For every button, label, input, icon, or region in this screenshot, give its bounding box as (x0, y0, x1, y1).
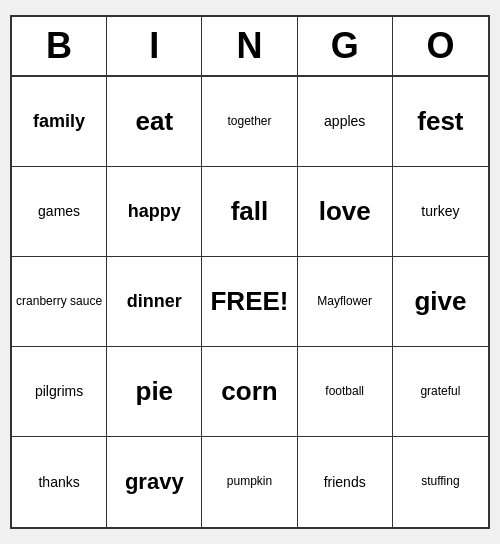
cell-content: happy (128, 201, 181, 223)
bingo-cell-2-4: give (393, 257, 488, 347)
cell-content: Mayflower (317, 294, 372, 310)
cell-content: cranberry sauce (16, 294, 102, 310)
bingo-cell-0-4: fest (393, 77, 488, 167)
bingo-cell-2-0: cranberry sauce (12, 257, 107, 347)
bingo-cell-4-0: thanks (12, 437, 107, 527)
cell-content: turkey (421, 203, 459, 220)
bingo-cell-3-4: grateful (393, 347, 488, 437)
bingo-cell-3-0: pilgrims (12, 347, 107, 437)
bingo-cell-4-4: stuffing (393, 437, 488, 527)
bingo-header: BINGO (12, 17, 488, 77)
cell-content: pie (136, 376, 174, 407)
bingo-cell-2-2: FREE! (202, 257, 297, 347)
cell-content: gravy (125, 469, 184, 495)
bingo-header-letter: B (12, 17, 107, 75)
bingo-cell-0-0: family (12, 77, 107, 167)
cell-content: eat (136, 106, 174, 137)
bingo-header-letter: O (393, 17, 488, 75)
bingo-cell-4-2: pumpkin (202, 437, 297, 527)
cell-content: thanks (38, 474, 79, 491)
bingo-cell-4-1: gravy (107, 437, 202, 527)
bingo-cell-2-1: dinner (107, 257, 202, 347)
cell-content: friends (324, 474, 366, 491)
cell-content: FREE! (210, 286, 288, 317)
cell-content: fall (231, 196, 269, 227)
cell-content: love (319, 196, 371, 227)
cell-content: apples (324, 113, 365, 130)
cell-content: dinner (127, 291, 182, 313)
bingo-cell-0-1: eat (107, 77, 202, 167)
bingo-cell-2-3: Mayflower (298, 257, 393, 347)
bingo-header-letter: N (202, 17, 297, 75)
bingo-cell-3-2: corn (202, 347, 297, 437)
cell-content: stuffing (421, 474, 459, 490)
bingo-cell-1-4: turkey (393, 167, 488, 257)
cell-content: games (38, 203, 80, 220)
bingo-cell-1-3: love (298, 167, 393, 257)
bingo-card: BINGO familyeattogetherapplesfestgamesha… (10, 15, 490, 529)
bingo-cell-1-1: happy (107, 167, 202, 257)
bingo-header-letter: I (107, 17, 202, 75)
bingo-cell-1-0: games (12, 167, 107, 257)
bingo-cell-0-2: together (202, 77, 297, 167)
cell-content: family (33, 111, 85, 133)
bingo-cell-3-3: football (298, 347, 393, 437)
cell-content: give (414, 286, 466, 317)
cell-content: pilgrims (35, 383, 83, 400)
bingo-cell-1-2: fall (202, 167, 297, 257)
cell-content: corn (221, 376, 277, 407)
bingo-cell-4-3: friends (298, 437, 393, 527)
cell-content: grateful (420, 384, 460, 400)
cell-content: pumpkin (227, 474, 272, 490)
bingo-grid: familyeattogetherapplesfestgameshappyfal… (12, 77, 488, 527)
bingo-header-letter: G (298, 17, 393, 75)
bingo-cell-0-3: apples (298, 77, 393, 167)
cell-content: fest (417, 106, 463, 137)
cell-content: football (325, 384, 364, 400)
bingo-cell-3-1: pie (107, 347, 202, 437)
cell-content: together (227, 114, 271, 130)
